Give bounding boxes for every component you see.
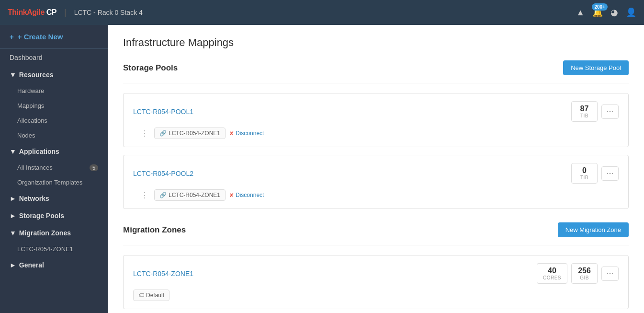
pool-1-stats: 87 TiB ⋯: [571, 101, 619, 122]
pool-1-more-button[interactable]: ⋯: [601, 104, 619, 119]
sidebar: + + Create New Dashboard ▼ Resources Har…: [0, 25, 108, 313]
chevron-down-icon-mz: ▼: [10, 229, 16, 237]
mz-1-cores-box: 40 CORES: [537, 263, 567, 284]
sidebar-item-org-templates[interactable]: Organization Templates: [0, 175, 108, 190]
dashboard-label: Dashboard: [10, 54, 43, 61]
pool-card-2-header: LCTC-R054-POOL2 0 TiB ⋯: [133, 163, 619, 184]
notification-badge: 200+: [592, 3, 608, 11]
sidebar-section-storage-pools[interactable]: ► Storage Pools: [0, 207, 108, 224]
pool-card-2: LCTC-R054-POOL2 0 TiB ⋯ ⋮ 🔗 LCTC-R054-ZO…: [123, 155, 629, 209]
chevron-right-icon-general: ►: [10, 261, 16, 269]
default-tag: 🏷 Default: [133, 290, 169, 301]
mz-1-cores-label: CORES: [543, 275, 561, 280]
pool-2-zone-name: LCTC-R054-ZONE1: [169, 192, 220, 198]
upload-icon[interactable]: ▲: [576, 8, 585, 18]
storage-pools-label: Storage Pools: [19, 212, 64, 220]
migration-zones-divider: [123, 245, 629, 245]
chevron-down-icon: ▼: [10, 71, 16, 79]
migration-zones-section: Migration Zones New Migration Zone LCTC-…: [123, 222, 629, 309]
link-icon-2: 🔗: [159, 192, 167, 198]
mz-card-1-header: LCTC-R054-ZONE1 40 CORES 256 GiB ⋯: [133, 263, 619, 284]
sidebar-item-dashboard[interactable]: Dashboard: [0, 49, 108, 66]
sidebar-item-nodes[interactable]: Nodes: [0, 128, 108, 143]
sidebar-item-mappings[interactable]: Mappings: [0, 98, 108, 113]
disconnect-icon-2: ✘: [229, 192, 234, 198]
page-title: Infrastructure Mappings: [123, 36, 629, 49]
link-icon: 🔗: [159, 130, 167, 137]
pool-2-zone-row: ⋮ 🔗 LCTC-R054-ZONE1 ✘ Disconnect: [133, 189, 619, 201]
disconnect-label-2: Disconnect: [236, 192, 264, 198]
mz-1-cores-value: 40: [543, 267, 561, 275]
pool-1-zone-tag: 🔗 LCTC-R054-ZONE1: [154, 128, 226, 139]
pool-1-zone-dots: ⋮: [141, 129, 148, 138]
mz-1-name[interactable]: LCTC-R054-ZONE1: [133, 270, 193, 278]
sidebar-section-general[interactable]: ► General: [0, 256, 108, 274]
pool-1-stat-unit: TiB: [577, 113, 591, 118]
create-new-button[interactable]: + + Create New: [0, 25, 108, 49]
pool-2-stat-unit: TiB: [577, 175, 591, 180]
pool-1-stat-value: 87: [577, 104, 591, 113]
pool-2-stat-box: 0 TiB: [571, 163, 598, 184]
sidebar-item-lctc-zone1[interactable]: LCTC-R054-ZONE1: [0, 242, 108, 256]
pool-1-disconnect-link[interactable]: ✘ Disconnect: [229, 130, 264, 137]
pool-2-disconnect-link[interactable]: ✘ Disconnect: [229, 192, 264, 198]
storage-pools-divider: [123, 83, 629, 83]
app-header: ThinkAgile CP | LCTC - Rack 0 Stack 4 ▲ …: [0, 0, 644, 25]
mz-1-stats: 40 CORES 256 GiB ⋯: [537, 263, 619, 284]
pool-1-zone-row: ⋮ 🔗 LCTC-R054-ZONE1 ✘ Disconnect: [133, 128, 619, 139]
logo: ThinkAgile CP: [8, 8, 56, 17]
default-tag-label: Default: [146, 292, 164, 299]
pool-2-more-button[interactable]: ⋯: [601, 166, 619, 181]
disconnect-label-1: Disconnect: [236, 130, 264, 137]
mz-1-gib-label: GiB: [577, 275, 591, 280]
sidebar-item-hardware[interactable]: Hardware: [0, 83, 108, 98]
notification-bell[interactable]: 🔔 200+: [592, 7, 603, 18]
create-new-label: + Create New: [18, 33, 63, 41]
sidebar-item-allocations[interactable]: Allocations: [0, 113, 108, 128]
general-label: General: [19, 261, 44, 269]
pool-2-zone-tag: 🔗 LCTC-R054-ZONE1: [154, 189, 226, 201]
main-content: Infrastructure Mappings Storage Pools Ne…: [108, 25, 644, 313]
migration-zones-section-header: Migration Zones New Migration Zone: [123, 222, 629, 237]
chevron-down-icon-apps: ▼: [10, 148, 16, 155]
disconnect-icon-1: ✘: [229, 130, 234, 137]
plus-icon: +: [10, 33, 14, 41]
header-icons: ▲ 🔔 200+ ◕ 👤: [576, 7, 636, 18]
sidebar-item-all-instances[interactable]: All Instances 5: [0, 160, 108, 175]
app-body: + + Create New Dashboard ▼ Resources Har…: [0, 25, 644, 313]
pool-card-1-header: LCTC-R054-POOL1 87 TiB ⋯: [133, 101, 619, 122]
chevron-right-icon-storage: ►: [10, 212, 16, 220]
pool-2-name[interactable]: LCTC-R054-POOL2: [133, 170, 193, 177]
resources-label: Resources: [19, 71, 54, 79]
sidebar-section-networks[interactable]: ► Networks: [0, 190, 108, 207]
pool-card-1: LCTC-R054-POOL1 87 TiB ⋯ ⋮ 🔗 LCTC-R054-Z…: [123, 93, 629, 147]
mz-1-more-button[interactable]: ⋯: [601, 267, 619, 281]
migration-zones-label: Migration Zones: [19, 229, 71, 237]
pool-2-stat-value: 0: [577, 166, 591, 175]
sidebar-section-migration-zones[interactable]: ▼ Migration Zones: [0, 224, 108, 242]
pool-1-name[interactable]: LCTC-R054-POOL1: [133, 108, 193, 116]
globe-icon[interactable]: ◕: [610, 7, 618, 18]
applications-label: Applications: [19, 148, 59, 155]
storage-pools-section-header: Storage Pools New Storage Pool: [123, 60, 629, 75]
mz-1-tags: 🏷 Default: [133, 290, 619, 301]
user-icon[interactable]: 👤: [626, 7, 636, 18]
new-migration-zone-button[interactable]: New Migration Zone: [558, 222, 629, 237]
migration-zone-card-1: LCTC-R054-ZONE1 40 CORES 256 GiB ⋯: [123, 255, 629, 309]
tag-icon: 🏷: [138, 292, 144, 299]
mz-1-gib-box: 256 GiB: [571, 263, 598, 284]
sidebar-section-applications[interactable]: ▼ Applications: [0, 143, 108, 160]
logo-suffix: CP: [46, 8, 56, 16]
breadcrumb: LCTC - Rack 0 Stack 4: [74, 9, 143, 16]
storage-pools-title: Storage Pools: [123, 63, 178, 73]
instances-badge: 5: [90, 164, 98, 171]
networks-label: Networks: [19, 195, 49, 202]
pool-1-stat-box: 87 TiB: [571, 101, 598, 122]
sidebar-section-resources[interactable]: ▼ Resources: [0, 66, 108, 83]
pool-2-stats: 0 TiB ⋯: [571, 163, 619, 184]
new-storage-pool-button[interactable]: New Storage Pool: [563, 60, 629, 75]
mz-1-gib-value: 256: [577, 267, 591, 275]
migration-zones-title: Migration Zones: [123, 225, 186, 235]
header-divider: |: [64, 8, 67, 18]
pool-2-zone-dots: ⋮: [141, 191, 148, 200]
